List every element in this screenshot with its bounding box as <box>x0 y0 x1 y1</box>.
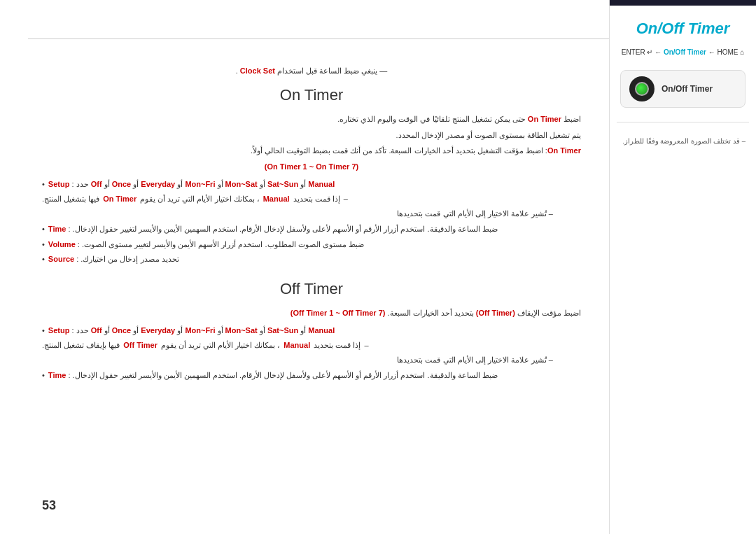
nav-arrow: ← <box>654 48 664 56</box>
sat-sun-label: Sat~Sun <box>267 180 298 188</box>
source-keyword: Source <box>48 255 74 263</box>
on-timer-link: On Timer <box>528 115 561 123</box>
off-everyday-label: Everyday <box>141 326 175 335</box>
sidebar-divider <box>617 122 749 122</box>
once-label: Once <box>112 180 132 188</box>
off-setup-text: Manual أو Sat~Sun أو Mon~Sat أو Mon~Fri … <box>48 324 335 337</box>
sidebar-top-bar <box>610 0 756 6</box>
on-timer-line3: On Timer: اضبط مؤقت التشغيل بتحديد أحد ا… <box>42 144 581 157</box>
page-container: — ينبغي ضبط الساعة قبل استخدام Clock Set… <box>0 0 756 534</box>
off-timer-keyword: Off Timer <box>123 339 158 352</box>
sidebar-note: – قد تختلف الصورة المعروضة وفقًا للطراز. <box>610 133 756 150</box>
setup-text: Manual أو Sat~Sun أو Mon~Sat أو Mon~Fri … <box>48 178 335 191</box>
sidebar-title: On/Off Timer <box>610 6 756 48</box>
everyday-label: Everyday <box>141 180 175 188</box>
widget-icon <box>629 76 654 101</box>
top-line <box>28 38 609 39</box>
mon-sat-label: Mon~Sat <box>225 180 258 188</box>
off-mon-fri-label: Mon~Fri <box>185 326 215 335</box>
mon-fri-label: Mon~Fri <box>185 180 215 188</box>
off-once-label: Once <box>112 326 132 335</box>
main-content: — ينبغي ضبط الساعة قبل استخدام Clock Set… <box>0 0 609 534</box>
setup-keyword: Setup <box>48 180 70 188</box>
on-timer-line2: يتم تشغيل الطاقة بمستوى الصوت أو مصدر ال… <box>42 129 581 142</box>
check-mark-note-2: – تُشير علامة الاختيار إلى الأيام التي ق… <box>42 353 574 367</box>
off-sat-sun-label: Sat~Sun <box>267 326 298 335</box>
time-bullet: ضبط الساعة والدقيقة. استخدم أزرار الأرقم… <box>42 223 574 236</box>
bullet-dot-5: • <box>42 324 45 337</box>
off-off-label: Off <box>91 326 102 335</box>
on-timer-intro: اضبط On Timer حتى يمكن تشغيل المنتج تلقا… <box>42 113 581 126</box>
time-text: ضبط الساعة والدقيقة. استخدم أزرار الأرقم… <box>48 223 498 236</box>
volume-keyword: Volume <box>48 240 76 248</box>
off-timer-intro: اضبط مؤقت الإيقاف (Off Timer) بتحديد أحد… <box>42 307 581 320</box>
widget-icon-inner <box>635 82 649 96</box>
off-timer-bullets: Manual أو Sat~Sun أو Mon~Sat أو Mon~Fri … <box>42 324 581 382</box>
volume-text: ضبط مستوى الصوت المطلوب. استخدم أزرار ال… <box>48 238 364 251</box>
bullet-dot-2: • <box>42 223 45 236</box>
sidebar-widget: On/Off Timer <box>620 70 746 108</box>
manual-sub: إذا قمت بتحديد Manual، بمكانك اختيار الأ… <box>42 192 560 206</box>
source-bullet: تحديد مصدر إدخال من اختيارك. : Source • <box>42 253 574 266</box>
clock-set-highlight: Clock Set <box>240 66 275 75</box>
off-timer-content: اضبط مؤقت الإيقاف (Off Timer) بتحديد أحد… <box>42 307 581 381</box>
time-keyword-1: Time <box>48 225 66 233</box>
volume-bullet: ضبط مستوى الصوت المطلوب. استخدم أزرار ال… <box>42 238 574 251</box>
off-time-bullet: ضبط الساعة والدقيقة. استخدم أزرار الأرقم… <box>42 369 574 382</box>
page-number: 53 <box>42 498 56 513</box>
bullet-dot-3: • <box>42 238 45 251</box>
source-text: تحديد مصدر إدخال من اختيارك. : Source <box>48 253 179 266</box>
off-manual-keyword: Manual <box>284 339 310 352</box>
off-manual-sub: إذا قمت بتحديد Manual، بمكانك اختيار الأ… <box>42 339 560 352</box>
setup-bullet: Manual أو Sat~Sun أو Mon~Sat أو Mon~Fri … <box>42 178 574 191</box>
off-mon-sat-label: Mon~Sat <box>225 326 258 335</box>
off-manual-label: Manual <box>308 326 335 335</box>
bullet-dot-4: • <box>42 253 45 266</box>
nav-active: On/Off Timer <box>664 48 706 56</box>
setup-label: Manual <box>308 180 335 188</box>
clock-note-period: . <box>236 66 238 75</box>
off-timer-title: Off Timer <box>42 280 581 298</box>
bullet-dot-1: • <box>42 178 45 191</box>
bullet-dot-6: • <box>42 369 45 382</box>
time-keyword-2: Time <box>48 371 66 379</box>
nav-home: HOME ⌂ <box>717 48 744 56</box>
on-timer-bullets: Manual أو Sat~Sun أو Mon~Sat أو Mon~Fri … <box>42 178 581 266</box>
sidebar: On/Off Timer ENTER ↵ ← On/Off Timer ← HO… <box>609 0 756 534</box>
nav-arrow2: ← <box>708 48 718 56</box>
on-timer-keyword: On Timer <box>103 192 136 206</box>
on-timer-label: On Timer <box>547 146 581 155</box>
check-mark-note-1: – تُشير علامة الاختيار إلى الأيام التي ق… <box>42 207 574 220</box>
off-timer-paren: (Off Timer) <box>476 309 515 317</box>
off-setup-bullet: Manual أو Sat~Sun أو Mon~Sat أو Mon~Fri … <box>42 324 574 337</box>
clock-note: — ينبغي ضبط الساعة قبل استخدام Clock Set… <box>42 66 581 76</box>
clock-note-text: ينبغي ضبط الساعة قبل استخدام <box>275 66 377 75</box>
widget-label: On/Off Timer <box>662 84 713 94</box>
manual-keyword: Manual <box>263 192 290 206</box>
on-timer-range: (On Timer 1 ~ On Timer 7) <box>42 160 581 174</box>
off-setup-keyword: Setup <box>48 326 70 335</box>
off-label: Off <box>91 180 102 188</box>
on-timer-title: On Timer <box>42 86 581 104</box>
off-timer-section: Off Timer اضبط مؤقت الإيقاف (Off Timer) … <box>42 280 581 381</box>
clock-note-dash: — <box>379 66 387 75</box>
on-timer-content: اضبط On Timer حتى يمكن تشغيل المنتج تلقا… <box>42 113 581 266</box>
off-timer-range: (Off Timer 1 ~ Off Timer 7) <box>290 309 386 317</box>
nav-enter: ENTER ↵ <box>622 48 653 56</box>
sidebar-nav: ENTER ↵ ← On/Off Timer ← HOME ⌂ <box>610 48 756 66</box>
off-time-text: ضبط الساعة والدقيقة. استخدم أزرار الأرقم… <box>48 369 498 382</box>
